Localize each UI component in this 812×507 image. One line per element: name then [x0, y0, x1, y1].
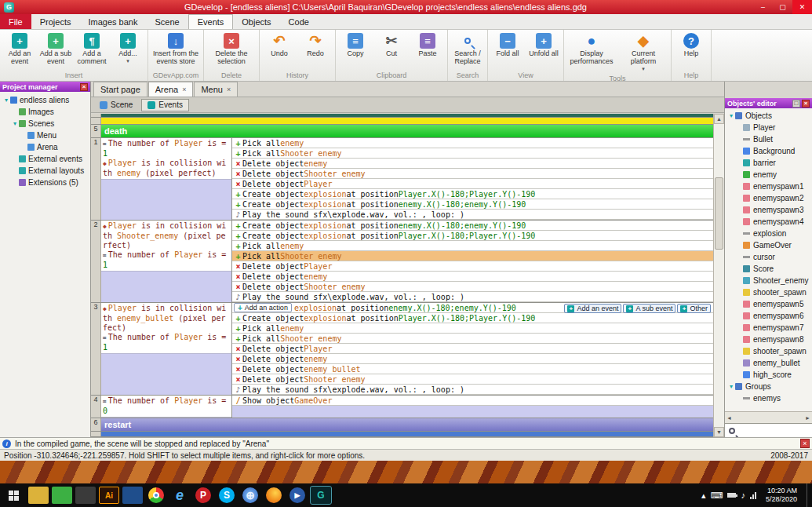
- action-line[interactable]: ×Delete object Shooter_enemy: [232, 282, 713, 292]
- ribbon-button-undo[interactable]: ↶Undo: [261, 31, 297, 59]
- taskbar-icon-app-blue[interactable]: [122, 487, 143, 504]
- ribbon-button-add-an-event[interactable]: +Add an event: [2, 31, 38, 67]
- expander-icon[interactable]: ▾: [2, 97, 10, 104]
- object-item-barrier[interactable]: barrier: [725, 157, 812, 169]
- network-icon[interactable]: [750, 492, 756, 499]
- view-tab-events[interactable]: Events: [141, 99, 189, 111]
- ribbon-button-unfold-all[interactable]: +Unfold all: [526, 31, 562, 59]
- hidden-icons-icon[interactable]: ▴: [701, 491, 706, 501]
- scroll-up-button[interactable]: ▲: [714, 114, 724, 124]
- document-tab-menu[interactable]: Menu×: [194, 82, 238, 97]
- start-button[interactable]: [0, 483, 27, 507]
- object-item-shooter-spawn[interactable]: shooter_spawn: [725, 345, 812, 357]
- action-line[interactable]: ♪Play the sound sfx\explode.wav, vol.: ,…: [232, 292, 713, 302]
- ribbon-button-redo[interactable]: ↷Redo: [297, 31, 333, 59]
- close-button[interactable]: ✕: [792, 0, 812, 14]
- project-manager-close-button[interactable]: ×: [80, 83, 88, 91]
- object-item-player[interactable]: Player: [725, 122, 812, 133]
- minimize-button[interactable]: ‒: [753, 0, 773, 14]
- info-close-button[interactable]: ×: [800, 439, 810, 448]
- scroll-right-button[interactable]: ►: [805, 415, 810, 421]
- object-item-enemyspawn8[interactable]: enemyspawn8: [725, 334, 812, 345]
- action-line[interactable]: +Pick all enemy: [232, 241, 713, 251]
- tree-root-objects[interactable]: ▾Objects: [725, 110, 812, 122]
- taskbar-icon-pinterest[interactable]: P: [195, 487, 211, 503]
- ribbon-button-cut[interactable]: ✂Cut: [373, 31, 410, 59]
- taskbar-icon-app-dark[interactable]: [75, 487, 96, 504]
- condition-line[interactable]: ◆Player is in collision with enemy_bulle…: [103, 304, 230, 333]
- condition-line[interactable]: ≡The number of Player is = 1: [103, 250, 230, 270]
- ribbon-button-display-performances[interactable]: ●Display performances: [566, 31, 617, 67]
- action-line[interactable]: ×Delete object enemy: [232, 272, 713, 282]
- project-item-images[interactable]: Images: [0, 106, 90, 118]
- objects-horizontal-scrollbar[interactable]: ◄ ►: [725, 411, 812, 423]
- action-line[interactable]: +Create object explosion at position Pla…: [232, 313, 713, 323]
- action-line[interactable]: ×Delete object enemy_bullet: [232, 364, 713, 374]
- action-line[interactable]: ×Delete object Player: [232, 179, 713, 189]
- scroll-thumb[interactable]: [715, 177, 723, 250]
- action-line[interactable]: +Pick all Shooter_enemy: [232, 148, 713, 159]
- action-line[interactable]: +Create object explosion at position ene…: [232, 199, 713, 210]
- ribbon-button-insert-from-the-events-store[interactable]: ↓Insert from the events store: [150, 31, 202, 67]
- document-tab-arena[interactable]: Arena×: [148, 82, 194, 97]
- view-tab-scene[interactable]: Scene: [93, 99, 139, 111]
- ribbon-button-add-a-comment[interactable]: ¶Add a comment: [74, 31, 110, 67]
- action-line[interactable]: +Create object explosion at position Pla…: [232, 231, 713, 241]
- object-item-bullet[interactable]: Bullet: [725, 133, 812, 145]
- object-item-explosion[interactable]: explosion: [725, 228, 812, 239]
- group-item-enemys[interactable]: enemys: [725, 392, 812, 404]
- scroll-left-button[interactable]: ◄: [726, 415, 732, 421]
- scroll-down-button[interactable]: ▼: [714, 427, 724, 437]
- expander-icon[interactable]: ▾: [727, 383, 735, 390]
- action-line[interactable]: /Show object GameOver: [232, 396, 713, 406]
- scroll-track[interactable]: [714, 124, 724, 427]
- object-item-background[interactable]: Background: [725, 145, 812, 157]
- object-item-shooter-enemy[interactable]: Shooter_enemy: [725, 275, 812, 286]
- object-item-enemyspawn5[interactable]: enemyspawn5: [725, 298, 812, 310]
- condition-line[interactable]: ≡The number of Player is = 1: [103, 333, 230, 352]
- project-item-menu[interactable]: Menu: [0, 129, 90, 141]
- project-item-arena[interactable]: Arena: [0, 141, 90, 153]
- volume-icon[interactable]: ♪: [741, 491, 745, 500]
- project-item-extensions-5[interactable]: Extensions (5): [0, 177, 90, 188]
- object-item-enemyspawn4[interactable]: enemyspawn4: [725, 216, 812, 228]
- action-line[interactable]: +Pick all enemy: [232, 323, 713, 334]
- menu-tab-objects[interactable]: Objects: [233, 14, 279, 29]
- action-line[interactable]: ×Delete object Shooter_enemy: [232, 374, 713, 385]
- action-line[interactable]: ×Delete object Shooter_enemy: [232, 169, 713, 179]
- close-tab-icon[interactable]: ×: [182, 86, 186, 93]
- action-line[interactable]: ×Delete object enemy: [232, 354, 713, 364]
- menu-tab-file[interactable]: File: [0, 14, 31, 29]
- button-other[interactable]: +Other: [677, 304, 711, 313]
- taskbar-icon-internet-explorer[interactable]: e: [169, 487, 190, 504]
- action-line[interactable]: ♪Play the sound sfx\explode.wav, vol.: ,…: [232, 385, 713, 395]
- objects-search-box[interactable]: [725, 423, 812, 437]
- taskbar-icon-media-player[interactable]: ▶: [289, 487, 305, 503]
- taskbar-icon-skype[interactable]: S: [219, 487, 235, 503]
- condition-line[interactable]: ≡The number of Player is = 1: [103, 139, 230, 159]
- action-line[interactable]: ×Delete object enemy: [232, 159, 713, 169]
- object-item-enemyspawn6[interactable]: enemyspawn6: [725, 310, 812, 322]
- taskbar-icon-explorer[interactable]: [28, 487, 49, 504]
- action-line[interactable]: +Create object explosion at position Pla…: [232, 189, 713, 199]
- group-header-death[interactable]: 5death: [91, 125, 713, 138]
- ribbon-button-help[interactable]: ?Help: [673, 31, 709, 59]
- menu-tab-projects[interactable]: Projects: [31, 14, 80, 29]
- project-item-scenes[interactable]: ▾Scenes: [0, 118, 90, 129]
- battery-icon[interactable]: [727, 493, 736, 498]
- object-item-enemyspawn2[interactable]: enemyspawn2: [725, 192, 812, 204]
- objects-editor-detach-button[interactable]: □: [792, 100, 800, 108]
- menu-tab-scene[interactable]: Scene: [146, 14, 188, 29]
- ribbon-button-copy[interactable]: ≡Copy: [337, 31, 373, 59]
- maximize-button[interactable]: ▢: [773, 0, 792, 14]
- taskbar-icon-adobe-illustrator[interactable]: Ai: [99, 487, 119, 504]
- project-item-endless-aliens[interactable]: ▾endless aliens: [0, 94, 90, 106]
- tree-root-groups[interactable]: ▾Groups: [725, 381, 812, 392]
- button-add-an-event[interactable]: +Add an event: [564, 304, 621, 313]
- project-item-external-events[interactable]: External events: [0, 153, 90, 165]
- expander-icon[interactable]: ▾: [11, 120, 19, 127]
- action-line[interactable]: ♪Play the sound sfx\explode.wav, vol.: ,…: [232, 210, 713, 220]
- condition-line[interactable]: ◆Player is in collision with enemy (pixe…: [103, 159, 230, 178]
- close-tab-icon[interactable]: ×: [227, 86, 231, 93]
- action-line[interactable]: ×Delete object Player: [232, 344, 713, 354]
